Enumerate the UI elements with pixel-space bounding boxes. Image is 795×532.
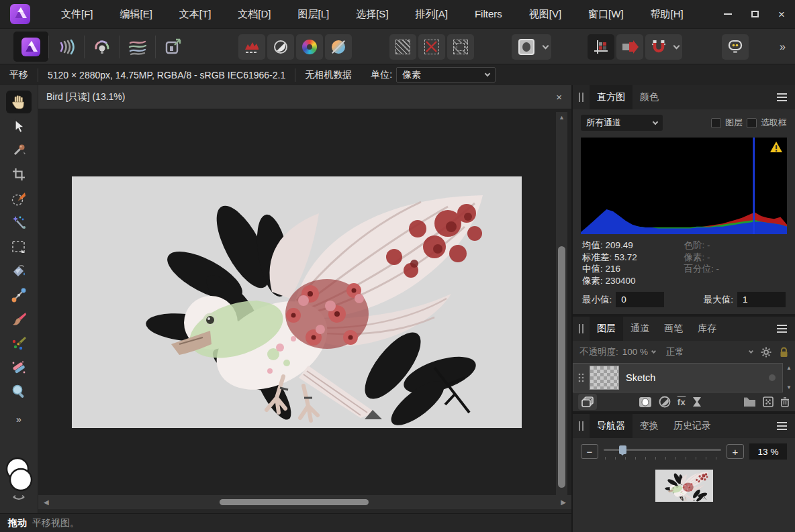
marquee-tool[interactable] — [6, 235, 32, 258]
assistant-preview-button[interactable] — [512, 34, 541, 60]
layer-checkbox[interactable] — [711, 118, 721, 128]
auto-levels-button[interactable] — [238, 34, 265, 60]
gear-icon[interactable] — [761, 347, 771, 358]
assistant-robot-button[interactable] — [722, 34, 749, 60]
layer-list-scrollbar[interactable]: ▲ ▼ — [783, 363, 795, 392]
tab-stock[interactable]: 库存 — [690, 317, 724, 341]
zoom-in-button[interactable]: + — [727, 444, 744, 459]
group-folder-icon[interactable] — [743, 396, 756, 407]
tab-histogram[interactable]: 直方图 — [590, 85, 633, 109]
layer-visibility-toggle[interactable] — [769, 374, 776, 381]
menu-window[interactable]: 窗口[W] — [575, 0, 637, 28]
layer-effects-icon[interactable]: fx — [677, 397, 686, 407]
menu-layer[interactable]: 图层[L] — [285, 0, 343, 28]
flood-select-tool[interactable] — [6, 211, 32, 234]
marquee-checkbox[interactable] — [747, 118, 757, 128]
layer-name[interactable]: Sketch — [626, 372, 655, 383]
scroll-right-icon[interactable]: ▶ — [555, 498, 571, 506]
zoom-slider-handle[interactable] — [619, 445, 626, 454]
vertical-scroll-thumb[interactable] — [558, 246, 565, 488]
zoom-out-button[interactable]: − — [581, 444, 598, 459]
menu-edit[interactable]: 编辑[E] — [107, 0, 166, 28]
max-input[interactable] — [737, 292, 786, 307]
menu-select[interactable]: 选择[S] — [342, 0, 402, 28]
pattern-layer-icon[interactable] — [763, 396, 774, 407]
flood-fill-tool[interactable] — [6, 260, 32, 282]
auto-colours-button[interactable] — [296, 34, 323, 60]
move-tool[interactable] — [6, 115, 32, 138]
close-button[interactable]: × — [768, 0, 795, 28]
tab-colour[interactable]: 颜色 — [633, 85, 666, 109]
tab-transform[interactable]: 变换 — [633, 414, 666, 438]
panel-menu-icon[interactable] — [777, 325, 787, 333]
layer-row-sketch[interactable]: Sketch — [573, 363, 783, 392]
photo-persona-button[interactable] — [13, 32, 48, 62]
tab-navigator[interactable]: 导航器 — [590, 414, 633, 438]
crop-tool[interactable] — [6, 163, 32, 186]
deselect-button[interactable] — [418, 34, 445, 60]
grid-axis-button[interactable] — [588, 34, 614, 60]
opacity-value[interactable]: 100 % — [622, 347, 648, 357]
navigator-thumbnail[interactable] — [655, 470, 713, 502]
tab-brushes[interactable]: 画笔 — [657, 317, 690, 341]
colour-picker-tool[interactable] — [6, 139, 32, 162]
lock-icon[interactable] — [780, 347, 788, 358]
adjustment-icon[interactable] — [659, 396, 671, 408]
zoom-slider[interactable] — [604, 444, 721, 459]
panel-menu-icon[interactable] — [777, 422, 787, 430]
auto-white-balance-button[interactable] — [325, 34, 352, 60]
tab-layers[interactable]: 图层 — [590, 317, 623, 341]
tone-mapping-persona-button[interactable] — [120, 32, 155, 62]
tab-history[interactable]: 历史记录 — [666, 414, 718, 438]
min-input[interactable] — [616, 292, 664, 307]
panel-drag-handle-icon[interactable] — [579, 324, 583, 333]
erase-brush-tool[interactable] — [6, 356, 32, 379]
snapping-magnet-button[interactable] — [645, 34, 672, 60]
snapping-dropdown[interactable] — [670, 34, 682, 60]
duplicate-layer-button[interactable] — [578, 394, 597, 410]
menu-view[interactable]: 视图[V] — [516, 0, 575, 28]
horizontal-scrollbar[interactable]: ◀ ▶ — [38, 495, 571, 509]
colour-swatches[interactable] — [0, 454, 38, 504]
menu-arrange[interactable]: 排列[A] — [402, 0, 461, 28]
liquify-persona-button[interactable] — [49, 32, 84, 62]
gradient-tool[interactable] — [6, 284, 32, 307]
assistant-preview-dropdown[interactable] — [539, 34, 551, 60]
chevron-down-icon[interactable] — [651, 348, 656, 353]
auto-contrast-button[interactable] — [267, 34, 294, 60]
maximize-button[interactable] — [741, 0, 768, 28]
move-forward-button[interactable] — [616, 34, 643, 60]
zoom-tool[interactable] — [6, 380, 32, 403]
trash-icon[interactable] — [780, 396, 790, 407]
scroll-left-icon[interactable]: ◀ — [38, 498, 54, 506]
mask-icon[interactable] — [639, 396, 652, 408]
menu-file[interactable]: 文件[F] — [48, 0, 107, 28]
select-all-button[interactable] — [389, 34, 416, 60]
menu-document[interactable]: 文档[D] — [224, 0, 284, 28]
selection-brush-tool[interactable] — [6, 187, 32, 210]
menu-help[interactable]: 帮助[H] — [637, 0, 697, 28]
more-tools-chevrons[interactable]: » — [16, 414, 21, 425]
live-filter-icon[interactable] — [692, 396, 702, 407]
panel-drag-handle-icon[interactable] — [579, 421, 583, 431]
channel-dropdown[interactable]: 所有通道 — [581, 115, 663, 131]
tab-close-icon[interactable]: × — [556, 91, 562, 103]
menu-text[interactable]: 文本[T] — [166, 0, 225, 28]
view-hand-tool[interactable] — [6, 91, 32, 113]
scroll-down-icon[interactable]: ▼ — [786, 384, 792, 390]
colour-replacement-brush-tool[interactable] — [6, 332, 32, 355]
zoom-value[interactable]: 13 % — [749, 443, 787, 460]
scroll-up-icon[interactable]: ▲ — [556, 114, 567, 121]
layer-thumbnail[interactable] — [590, 366, 619, 390]
vertical-scrollbar[interactable]: ▲ — [556, 112, 567, 495]
toolbar-overflow-chevrons[interactable]: » — [780, 29, 786, 64]
tab-channels[interactable]: 通道 — [623, 317, 657, 341]
menu-filters[interactable]: Filters — [461, 0, 516, 28]
document-tab[interactable]: Bird [只读] (13.1%) — [38, 91, 125, 103]
panel-drag-handle-icon[interactable] — [579, 93, 583, 102]
invert-selection-button[interactable] — [447, 34, 474, 60]
paint-brush-tool[interactable] — [6, 308, 32, 331]
scroll-up-icon[interactable]: ▲ — [786, 365, 792, 371]
blend-chevron-icon[interactable] — [749, 348, 753, 353]
canvas-viewport[interactable] — [38, 109, 571, 495]
